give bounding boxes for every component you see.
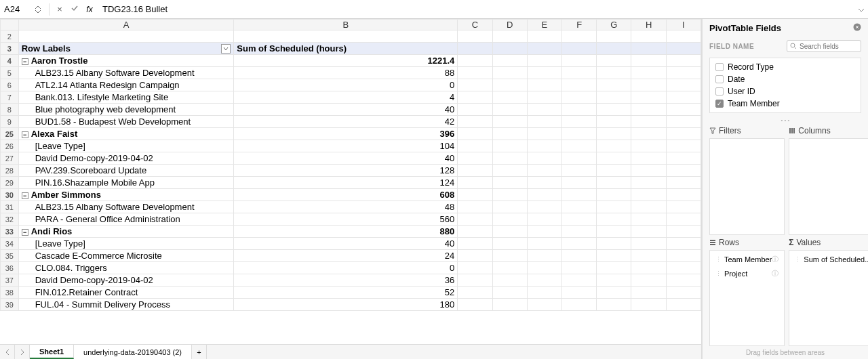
column-header[interactable]: B (234, 20, 458, 30)
cell[interactable]: FUL.04 - Summit Delivery Process (18, 299, 234, 311)
cell[interactable] (631, 177, 666, 189)
cell[interactable] (458, 262, 492, 274)
cell[interactable]: ALB23.15 Albany Software Development (18, 201, 234, 213)
cell[interactable] (631, 165, 666, 177)
cell[interactable] (492, 189, 527, 201)
cell[interactable] (597, 201, 631, 213)
cell[interactable] (492, 140, 527, 152)
cell[interactable] (631, 226, 666, 238)
cell[interactable] (492, 238, 527, 250)
cell[interactable]: 40 (234, 152, 458, 165)
cell[interactable] (666, 213, 701, 226)
cell[interactable] (597, 128, 631, 140)
column-header[interactable]: H (631, 20, 666, 30)
columns-dropzone[interactable] (789, 138, 868, 235)
cell[interactable] (527, 189, 561, 201)
cell[interactable] (666, 201, 701, 213)
cell[interactable]: BUD1.58 - Budapest Web Development (18, 116, 234, 128)
info-icon[interactable]: ⓘ (772, 269, 778, 278)
cell[interactable] (666, 116, 701, 128)
cell[interactable]: CLO.084. Triggers (18, 262, 234, 274)
cell[interactable] (666, 177, 701, 189)
cell[interactable] (492, 165, 527, 177)
cell[interactable]: David Demo-copy-2019-04-02 (18, 274, 234, 287)
cell[interactable]: 124 (234, 177, 458, 189)
cell[interactable]: PAV.239.Scoreboard Update (18, 165, 234, 177)
cell[interactable] (527, 30, 561, 43)
cell[interactable] (18, 30, 234, 43)
cell[interactable] (527, 116, 561, 128)
cell[interactable] (458, 177, 492, 189)
field-item[interactable]: Team Member (711, 98, 859, 110)
cell[interactable] (666, 238, 701, 250)
cell[interactable] (458, 30, 492, 43)
info-icon[interactable]: ⓘ (772, 255, 778, 264)
cell[interactable] (562, 91, 597, 104)
cell[interactable] (631, 287, 666, 299)
cell[interactable] (527, 250, 561, 262)
cell[interactable] (666, 274, 701, 287)
cell[interactable] (562, 262, 597, 274)
row-header[interactable]: 31 (1, 201, 19, 213)
cell[interactable] (631, 213, 666, 226)
cell[interactable] (492, 201, 527, 213)
cell[interactable] (597, 140, 631, 152)
cell[interactable] (527, 91, 561, 104)
cell[interactable] (562, 152, 597, 165)
cell[interactable] (666, 262, 701, 274)
cell[interactable] (458, 128, 492, 140)
cell[interactable] (562, 43, 597, 55)
cell[interactable] (527, 177, 561, 189)
cell[interactable] (597, 30, 631, 43)
cell[interactable] (458, 250, 492, 262)
formula-input[interactable] (97, 0, 854, 18)
row-header[interactable]: 28 (1, 165, 19, 177)
cell[interactable] (666, 67, 701, 79)
row-header[interactable]: 25 (1, 128, 19, 140)
cell[interactable] (527, 262, 561, 274)
cell[interactable] (631, 238, 666, 250)
cell[interactable] (666, 140, 701, 152)
cell[interactable] (631, 116, 666, 128)
cell[interactable] (458, 91, 492, 104)
column-header[interactable]: D (492, 20, 527, 30)
field-item[interactable]: Date (711, 73, 859, 85)
cell[interactable]: 180 (234, 299, 458, 311)
formula-bar-expand-button[interactable] (854, 4, 868, 14)
collapse-toggle[interactable]: − (22, 229, 28, 236)
cell[interactable]: 40 (234, 238, 458, 250)
cell-reference-box[interactable]: A24 (0, 4, 34, 14)
cell[interactable] (597, 189, 631, 201)
cell[interactable]: Sum of Scheduled (hours) (234, 43, 458, 55)
cell[interactable] (527, 140, 561, 152)
cell-ref-stepper[interactable] (34, 5, 46, 14)
cell[interactable] (631, 201, 666, 213)
cell[interactable] (458, 152, 492, 165)
cell[interactable] (562, 250, 597, 262)
cell[interactable]: FIN.012.Retainer Contract (18, 287, 234, 299)
spreadsheet-grid[interactable]: A B C D E F G H I 23Row LabelsSum of Sch… (0, 19, 701, 311)
cell[interactable] (666, 43, 701, 55)
cell[interactable] (666, 299, 701, 311)
cell[interactable]: 48 (234, 201, 458, 213)
column-header[interactable]: F (562, 20, 597, 30)
sheet-tab-underlying[interactable]: underlying-data-20190403 (2) (74, 345, 192, 359)
cell[interactable] (458, 274, 492, 287)
cell[interactable]: ATL2.14 Atlanta Redesign Campaign (18, 79, 234, 91)
cell[interactable] (492, 177, 527, 189)
cell[interactable] (631, 128, 666, 140)
area-pill[interactable]: ⋮Projectⓘ (713, 268, 781, 280)
select-all-corner[interactable] (1, 20, 19, 30)
column-header[interactable]: G (597, 20, 631, 30)
cell[interactable] (597, 91, 631, 104)
cell[interactable] (527, 238, 561, 250)
tab-nav-next[interactable] (15, 345, 30, 359)
cell[interactable] (458, 104, 492, 116)
row-header[interactable]: 36 (1, 262, 19, 274)
row-header[interactable]: 29 (1, 177, 19, 189)
cell[interactable]: −Amber Simmons (18, 189, 234, 201)
row-header[interactable]: 33 (1, 226, 19, 238)
cell[interactable] (631, 262, 666, 274)
pivot-filter-dropdown[interactable] (221, 44, 231, 54)
cell[interactable]: [Leave Type] (18, 238, 234, 250)
